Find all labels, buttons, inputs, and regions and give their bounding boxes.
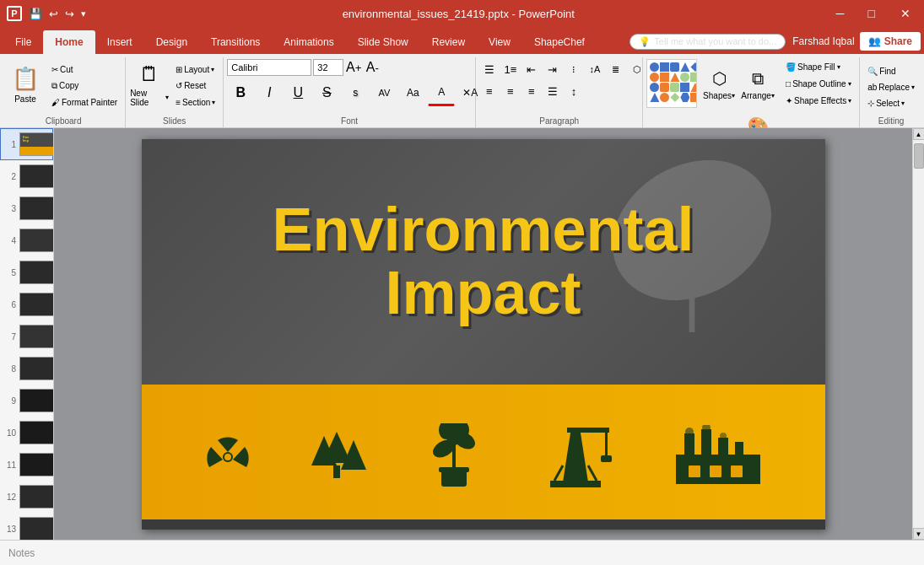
reset-button[interactable]: ↺ Reset	[171, 78, 219, 93]
slide-thumb-7[interactable]: 7	[0, 320, 53, 352]
change-case-button[interactable]: Aa	[399, 79, 426, 106]
tab-file[interactable]: File	[3, 30, 43, 54]
svg-rect-24	[550, 481, 601, 487]
tab-review[interactable]: Review	[420, 30, 477, 54]
text-direction-button[interactable]: ↕A	[585, 59, 605, 79]
close-btn[interactable]: ✕	[894, 5, 917, 22]
svg-rect-31	[735, 442, 743, 459]
shapes-button[interactable]: ⬡ Shapes▾	[700, 59, 738, 110]
redo-qat-icon[interactable]: ↪	[65, 8, 74, 20]
slide-thumb-5[interactable]: 5	[0, 256, 53, 288]
tab-transitions[interactable]: Transitions	[199, 30, 272, 54]
minimize-btn[interactable]: ─	[831, 5, 850, 22]
svg-point-7	[224, 454, 231, 460]
slide-thumb-12[interactable]: 12	[0, 481, 53, 513]
scroll-down-arrow[interactable]: ▼	[913, 528, 925, 540]
undo-qat-icon[interactable]: ↩	[49, 8, 58, 20]
slide-thumb-6[interactable]: 6	[0, 288, 53, 320]
canvas-area[interactable]: Environmental Impact	[54, 128, 912, 540]
tabs-right-area: 💡 Tell me what you want to do... Farshad…	[630, 32, 924, 54]
save-qat-icon[interactable]: 💾	[29, 8, 42, 20]
clipboard-group-content: 📋 Paste ✂ Cut ⧉ Copy 🖌 Format Painter	[5, 59, 122, 116]
slides-group-label: Slides	[129, 116, 219, 126]
copy-icon: ⧉	[51, 81, 57, 91]
slides-group: 🗒 New Slide ▾ ⊞ Layout ▾ ↺ Reset	[126, 57, 224, 127]
shape-fill-button[interactable]: 🪣 Shape Fill ▾	[781, 59, 856, 74]
section-icon: ≡	[176, 98, 181, 107]
increase-font-button[interactable]: A+	[345, 59, 362, 76]
shape-effects-button[interactable]: ✦ Shape Effects ▾	[781, 93, 856, 108]
slide-thumb-13[interactable]: 13	[0, 513, 53, 540]
fill-icon: 🪣	[786, 62, 796, 72]
columns-button[interactable]: ⫶	[564, 59, 584, 79]
font-name-input[interactable]	[227, 59, 311, 76]
justify-button[interactable]: ☰	[543, 81, 563, 101]
format-painter-button[interactable]: 🖌 Format Painter	[47, 95, 122, 110]
align-center-button[interactable]: ≡	[500, 81, 521, 101]
factory-icon-item	[672, 425, 765, 488]
tab-slideshow[interactable]: Slide Show	[346, 30, 420, 54]
align-right-button[interactable]: ≡	[521, 81, 542, 101]
shape-outline-button[interactable]: □ Shape Outline ▾	[781, 76, 856, 91]
font-size-input[interactable]	[313, 59, 343, 76]
tab-design[interactable]: Design	[144, 30, 199, 54]
increase-indent-button[interactable]: ⇥	[543, 59, 563, 79]
app-icon: P	[7, 6, 22, 21]
scroll-up-arrow[interactable]: ▲	[913, 128, 925, 140]
align-text-button[interactable]: ≣	[606, 59, 626, 79]
slide-thumb-9[interactable]: 9	[0, 385, 53, 417]
titlebar: P 💾 ↩ ↪ ▾ environmental_issues_21419.ppt…	[0, 0, 924, 27]
copy-button[interactable]: ⧉ Copy	[47, 78, 122, 93]
factory-icon	[672, 425, 765, 488]
section-button[interactable]: ≡ Section ▾	[171, 95, 219, 110]
svg-line-25	[554, 465, 563, 481]
slide-thumb-11[interactable]: 11	[0, 449, 53, 481]
tab-animations[interactable]: Animations	[272, 30, 345, 54]
decrease-font-button[interactable]: A-	[364, 59, 381, 76]
slide-thumb-4[interactable]: 4	[0, 224, 53, 256]
line-spacing-button[interactable]: ↕	[564, 81, 584, 101]
strikethrough-button[interactable]: S	[313, 79, 340, 106]
tell-me-box[interactable]: 💡 Tell me what you want to do...	[630, 34, 786, 50]
decrease-indent-button[interactable]: ⇤	[521, 59, 542, 79]
slide-thumb-10[interactable]: 10	[0, 417, 53, 449]
italic-button[interactable]: I	[256, 79, 283, 106]
cut-button[interactable]: ✂ Cut	[47, 62, 122, 77]
arrange-button[interactable]: ⧉ Arrange▾	[739, 59, 776, 110]
tab-shapechef[interactable]: ShapeChef	[522, 30, 597, 54]
tab-home[interactable]: Home	[43, 30, 95, 54]
select-button[interactable]: ⊹ Select ▾	[863, 96, 909, 111]
vertical-scrollbar[interactable]: ▲ ▼	[912, 128, 924, 540]
slide-thumb-2[interactable]: 2	[0, 160, 53, 192]
title-text: environmental_issues_21419.pptx - PowerP…	[343, 8, 575, 20]
layout-button[interactable]: ⊞ Layout ▾	[171, 62, 219, 77]
new-slide-button[interactable]: 🗒 New Slide ▾	[129, 59, 170, 110]
arrange-icon: ⧉	[752, 69, 764, 89]
slide-preview-10	[19, 421, 54, 444]
slide-thumb-3[interactable]: 3	[0, 192, 53, 224]
restore-btn[interactable]: □	[863, 5, 880, 22]
align-left-button[interactable]: ≡	[479, 81, 500, 101]
scroll-thumb[interactable]	[914, 143, 924, 169]
slide-canvas[interactable]: Environmental Impact	[142, 139, 825, 530]
text-shadow-button[interactable]: s	[342, 79, 369, 106]
find-button[interactable]: 🔍 Find	[863, 64, 900, 79]
paste-button[interactable]: 📋 Paste	[5, 59, 46, 110]
font-color-button[interactable]: A	[428, 79, 455, 106]
bullets-button[interactable]: ☰	[479, 59, 500, 79]
share-button[interactable]: 👥 Share	[860, 32, 921, 51]
svg-rect-11	[333, 465, 340, 478]
numbering-button[interactable]: 1≡	[500, 59, 521, 79]
shapes-panel[interactable]	[646, 59, 697, 108]
bold-button[interactable]: B	[227, 79, 254, 106]
new-slide-label: New Slide ▾	[130, 89, 169, 107]
tab-view[interactable]: View	[477, 30, 522, 54]
slide-preview-12	[19, 485, 54, 508]
slide-thumb-8[interactable]: 8	[0, 352, 53, 385]
replace-button[interactable]: ab Replace ▾	[863, 80, 919, 95]
slide-thumb-1[interactable]: 1 EnvImp	[0, 128, 53, 160]
tab-insert[interactable]: Insert	[95, 30, 144, 54]
underline-button[interactable]: U	[284, 79, 311, 106]
search-icon: 🔍	[867, 67, 878, 76]
char-spacing-button[interactable]: AV	[370, 79, 397, 106]
